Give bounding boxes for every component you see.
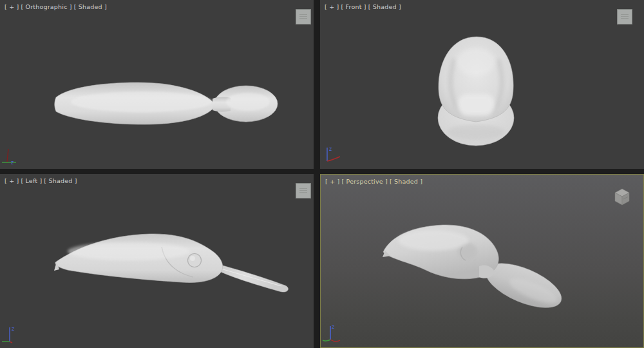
axis-z-label: z [332, 324, 334, 330]
viewcube-3d-icon[interactable] [611, 185, 633, 208]
viewport-label: [ + ][ Front ][ Shaded ] [325, 3, 403, 10]
viewport-menu-pov[interactable]: [ Left ] [21, 177, 42, 184]
viewport-perspective[interactable]: [ + ][ Perspective ][ Shaded ] [320, 174, 644, 348]
viewport-menu-general[interactable]: [ + ] [325, 178, 339, 185]
viewport-menu-shading[interactable]: [ Shaded ] [390, 178, 422, 185]
viewport-quad: [ + ][ Orthographic ][ Shaded ] [0, 0, 644, 348]
viewport-menu-general[interactable]: [ + ] [5, 177, 19, 184]
model-lure-front-view[interactable] [320, 0, 644, 169]
model-lure-top-view[interactable] [0, 0, 314, 169]
viewport-menu-pov[interactable]: [ Perspective ] [341, 178, 387, 185]
model-lure-perspective-view[interactable] [321, 175, 644, 348]
viewport-label: [ + ][ Left ][ Shaded ] [5, 177, 79, 184]
viewcube-flat-icon[interactable] [296, 183, 311, 198]
world-axis-tripod: z [1, 324, 24, 347]
viewcube-glyph [621, 14, 629, 20]
viewport-menu-shading[interactable]: [ Shaded ] [368, 3, 401, 10]
viewport-menu-shading[interactable]: [ Shaded ] [74, 3, 107, 10]
world-axis-tripod: z [322, 323, 345, 346]
viewport-menu-pov[interactable]: [ Orthographic ] [21, 3, 71, 10]
viewcube-glyph [299, 14, 307, 20]
viewport-label: [ + ][ Perspective ][ Shaded ] [325, 178, 424, 185]
world-axis-tripod: z [1, 144, 24, 168]
axis-z-label: z [11, 160, 14, 166]
viewcube-flat-icon[interactable] [617, 9, 632, 24]
viewcube-flat-icon[interactable] [296, 9, 311, 24]
viewport-front[interactable]: [ + ][ Front ][ Shaded ] [320, 0, 644, 169]
viewport-menu-general[interactable]: [ + ] [325, 3, 339, 10]
model-lure-side-view[interactable] [0, 174, 314, 348]
world-axis-tripod: z [321, 144, 345, 168]
axis-z-label: z [12, 326, 14, 332]
viewport-menu-pov[interactable]: [ Front ] [341, 3, 366, 10]
viewport-menu-shading[interactable]: [ Shaded ] [44, 177, 77, 184]
viewport-menu-general[interactable]: [ + ] [5, 3, 19, 10]
viewport-left[interactable]: [ + ][ Left ][ Shaded ] [0, 174, 314, 348]
axis-z-label: z [329, 146, 332, 152]
viewport-orthographic[interactable]: [ + ][ Orthographic ][ Shaded ] [0, 0, 314, 169]
viewport-label: [ + ][ Orthographic ][ Shaded ] [5, 3, 109, 10]
viewcube-glyph [299, 188, 307, 194]
